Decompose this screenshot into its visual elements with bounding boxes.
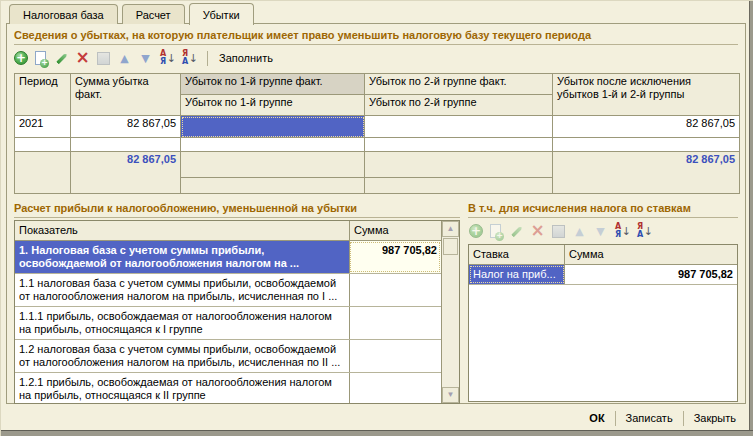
profit-table-scrollbar[interactable] <box>441 221 459 403</box>
move-down-icon <box>592 223 609 240</box>
rates-toolbar <box>469 220 738 242</box>
group1-selected-cell[interactable] <box>181 116 365 138</box>
loss-accounting-window: Налоговая база Расчет Убытки Сведения о … <box>0 0 753 436</box>
losses-table: Период Сумма убытка факт. Убыток по 1-й … <box>14 73 740 194</box>
ok-button[interactable]: ОК <box>579 412 614 424</box>
indicator-cell: 1.2 налоговая база с учетом суммы прибыл… <box>15 340 349 372</box>
edit-icon <box>508 223 525 240</box>
sort-ascending-icon[interactable] <box>158 50 176 67</box>
add-copy-icon <box>487 223 504 240</box>
indicator-cell: 1. Налоговая база с учетом суммы прибыли… <box>15 241 349 273</box>
indicator-cell: 1.2.1 прибыль, освобождаемая от налогооб… <box>15 373 349 403</box>
loss-amount-fact-cell[interactable]: 82 867,05 <box>71 116 181 138</box>
tab-calculation[interactable]: Расчет <box>122 4 185 24</box>
amount-cell: 987 705,82 <box>349 241 441 273</box>
rates-table-header: Ставка Сумма <box>469 245 737 265</box>
rates-table: Ставка Сумма Налог на приб... 987 705,82 <box>468 244 738 402</box>
end-edit-icon <box>550 223 567 240</box>
window-bottom-edge <box>1 430 753 436</box>
profit-section-title: Расчет прибыли к налогообложению, уменьш… <box>14 201 460 218</box>
scrollbar-thumb[interactable] <box>443 238 458 255</box>
save-button[interactable]: Записать <box>616 412 683 424</box>
move-down-icon[interactable] <box>137 50 154 67</box>
rates-panel: В т.ч. для исчисления налога по ставкам … <box>468 201 738 404</box>
add-icon[interactable] <box>14 51 28 65</box>
delete-icon <box>529 223 546 240</box>
scroll-up-icon[interactable] <box>442 221 459 237</box>
table-row[interactable]: Налог на приб... 987 705,82 <box>469 265 737 285</box>
after-exclusion-cell[interactable]: 82 867,05 <box>553 116 740 138</box>
losses-section-title: Сведения о убытках, на которую плательщи… <box>14 28 738 45</box>
move-up-icon <box>571 223 588 240</box>
column-header-indicator[interactable]: Показатель <box>15 221 349 240</box>
table-row[interactable]: 1.1.1 прибыль, освобождаемая от налогооб… <box>15 307 441 340</box>
column-header-loss-amount-fact[interactable]: Сумма убытка факт. <box>71 74 181 116</box>
amount-cell: 987 705,82 <box>565 265 737 284</box>
window-right-edge <box>749 1 753 436</box>
column-header-after-exclusion[interactable]: Убыток после исключения убытков 1-й и 2-… <box>553 74 740 116</box>
profit-table-header: Показатель Сумма <box>15 221 441 241</box>
toolbar-separator <box>207 51 208 66</box>
scrollbar-track[interactable] <box>442 256 459 387</box>
end-edit-icon <box>95 50 112 67</box>
column-header-group2[interactable]: Убыток по 2-й группе <box>365 95 553 116</box>
column-header-amount[interactable]: Сумма <box>349 221 441 240</box>
delete-icon[interactable] <box>74 50 91 67</box>
rates-table-empty-area <box>469 285 737 401</box>
column-header-amount[interactable]: Сумма <box>565 245 737 264</box>
table-row[interactable]: 1. Налоговая база с учетом суммы прибыли… <box>15 241 441 274</box>
table-row[interactable]: 1.1 налоговая база с учетом суммы прибыл… <box>15 274 441 307</box>
sort-descending-icon[interactable] <box>180 50 198 67</box>
amount-cell <box>349 307 441 339</box>
table-row[interactable]: 1.2.1 прибыль, освобождаемая от налогооб… <box>15 373 441 403</box>
losses-toolbar: Заполнить <box>14 45 738 71</box>
amount-cell <box>349 274 441 306</box>
column-header-rate[interactable]: Ставка <box>469 245 565 264</box>
column-header-period[interactable]: Период <box>15 74 71 116</box>
profit-panel: Расчет прибыли к налогообложению, уменьш… <box>14 201 460 404</box>
scroll-down-icon[interactable] <box>442 387 459 403</box>
empty-row[interactable] <box>15 138 740 152</box>
close-button[interactable]: Закрыть <box>684 412 746 424</box>
column-header-group1[interactable]: Убыток по 1-й группе <box>181 95 365 116</box>
period-cell[interactable]: 2021 <box>15 116 71 138</box>
tab-tax-base[interactable]: Налоговая база <box>9 4 118 24</box>
tab-losses[interactable]: Убытки <box>189 3 254 25</box>
fill-button[interactable]: Заполнить <box>217 52 275 64</box>
edit-icon[interactable] <box>53 50 70 67</box>
total-after-exclusion: 82 867,05 <box>553 152 740 194</box>
rate-cell: Налог на приб... <box>469 265 565 284</box>
table-row[interactable]: 1.2 налоговая база с учетом суммы прибыл… <box>15 340 441 373</box>
amount-cell <box>349 340 441 372</box>
total-loss-amount-fact: 82 867,05 <box>71 152 181 194</box>
group2-cell[interactable] <box>365 116 553 138</box>
losses-tab-page: Сведения о убытках, на которую плательщи… <box>6 23 746 404</box>
indicator-cell: 1.1 налоговая база с учетом суммы прибыл… <box>15 274 349 306</box>
column-header-group2-fact[interactable]: Убыток по 2-й группе факт. <box>365 74 553 95</box>
profit-table: Показатель Сумма 1. Налоговая база с уче… <box>14 220 460 404</box>
column-header-group1-fact[interactable]: Убыток по 1-й группе факт. <box>181 74 365 95</box>
move-up-icon[interactable] <box>116 50 133 67</box>
table-row[interactable]: 2021 82 867,05 82 867,05 <box>15 116 740 138</box>
add-icon <box>469 224 483 238</box>
amount-cell <box>349 373 441 403</box>
tab-strip: Налоговая база Расчет Убытки <box>9 3 258 24</box>
add-copy-icon[interactable] <box>32 50 49 67</box>
rates-section-title: В т.ч. для исчисления налога по ставкам <box>468 201 738 218</box>
sort-descending-icon[interactable] <box>635 223 653 240</box>
sort-ascending-icon[interactable] <box>613 223 631 240</box>
totals-row: 82 867,05 82 867,05 <box>15 152 740 178</box>
dialog-button-bar: ОК Записать Закрыть <box>1 406 746 430</box>
indicator-cell: 1.1.1 прибыль, освобождаемая от налогооб… <box>15 307 349 339</box>
